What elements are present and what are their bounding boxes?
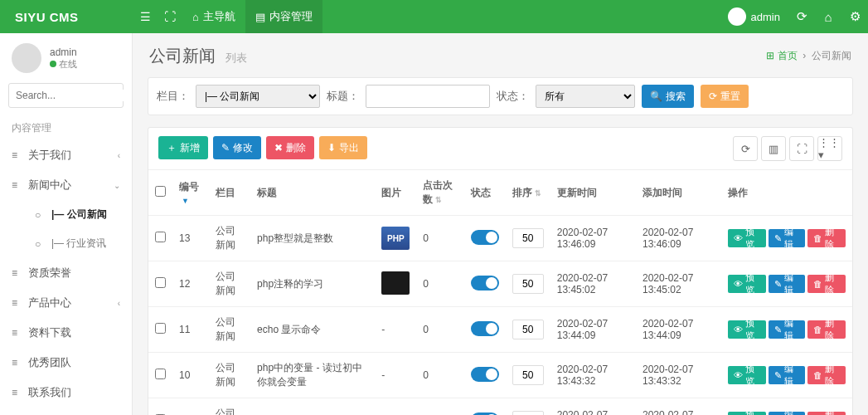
delete-button[interactable]: ✖删除 [266, 136, 314, 159]
fullscreen-icon[interactable]: ⛶ [158, 10, 182, 23]
preview-button[interactable]: 👁预览 [728, 412, 766, 415]
preview-button[interactable]: 👁预览 [728, 366, 766, 384]
col-cat[interactable]: 栏目 [209, 170, 251, 216]
filter-title-input[interactable] [366, 85, 490, 108]
nav-download[interactable]: ≡资料下载 [0, 318, 132, 348]
cell-cat: 公司新闻 [209, 307, 251, 353]
eye-icon: 👁 [734, 325, 743, 334]
cell-clicks: 0 [416, 307, 463, 353]
cell-created: 2020-02-07 13:43:32 [636, 353, 721, 398]
row-checkbox[interactable] [155, 323, 166, 334]
row-edit-button[interactable]: ✎编辑 [769, 229, 805, 247]
cell-id: 9 [172, 398, 209, 416]
add-button[interactable]: ＋新增 [158, 136, 208, 159]
filter-status-select[interactable]: 所有 [536, 85, 635, 108]
cell-cat: 公司新闻 [209, 353, 251, 398]
col-updated[interactable]: 更新时间 [550, 170, 636, 216]
chevron-left-icon: ‹ [118, 151, 120, 160]
row-edit-button[interactable]: ✎编辑 [769, 275, 805, 293]
status-toggle[interactable] [471, 367, 499, 382]
table-row: 9 公司新闻 写代码的工具选择 - 0 2020-02-07 13:42:48 … [148, 398, 852, 416]
thumbnail: PHP [381, 227, 410, 250]
crumb-home[interactable]: 首页 [778, 50, 798, 61]
refresh-icon[interactable]: ⟳ [788, 9, 815, 24]
fullscreen-tool-icon[interactable]: ⛶ [789, 136, 814, 161]
nav-team[interactable]: ≡优秀团队 [0, 348, 132, 378]
no-image: - [381, 324, 385, 335]
home-icon: ⌂ [192, 11, 199, 23]
list-icon: ≡ [12, 327, 22, 339]
sort-input[interactable] [512, 274, 544, 294]
select-all-checkbox[interactable] [155, 186, 166, 197]
row-delete-button[interactable]: 🗑删除 [807, 412, 846, 415]
search-input[interactable] [16, 90, 133, 101]
table-row: 13 公司新闻 php整型就是整数 PHP 0 2020-02-07 13:46… [148, 216, 852, 261]
cell-id: 10 [172, 353, 209, 398]
home-icon[interactable]: ⌂ [815, 10, 841, 24]
row-checkbox[interactable] [155, 369, 166, 379]
search-button[interactable]: 🔍搜索 [642, 85, 694, 108]
tab-content-mgmt[interactable]: ▤内容管理 [245, 0, 322, 33]
row-checkbox[interactable] [155, 277, 166, 288]
cell-created: 2020-02-07 13:45:02 [636, 261, 721, 307]
nav-product[interactable]: ≡产品中心‹ [0, 288, 132, 318]
sort-input[interactable] [512, 365, 544, 385]
main-content: 公司新闻 列表 ⊞ 首页 › 公司新闻 栏目： |— 公司新闻 标题： 状态： … [133, 33, 868, 415]
nav-news[interactable]: ≡新闻中心⌄ [0, 170, 132, 200]
preview-button[interactable]: 👁预览 [728, 229, 766, 247]
brand: SIYU CMS [0, 10, 133, 24]
status-toggle[interactable] [471, 230, 499, 245]
nav-about[interactable]: ≡关于我们‹ [0, 140, 132, 170]
refresh-tool-icon[interactable]: ⟳ [733, 136, 758, 161]
preview-button[interactable]: 👁预览 [728, 275, 766, 293]
preview-button[interactable]: 👁预览 [728, 320, 766, 339]
row-edit-button[interactable]: ✎编辑 [769, 320, 805, 339]
row-delete-button[interactable]: 🗑删除 [807, 229, 846, 247]
status-toggle[interactable] [471, 413, 499, 416]
avatar [12, 43, 41, 73]
tab-main-nav[interactable]: ⌂主导航 [182, 0, 245, 33]
nav-contact[interactable]: ≡联系我们 [0, 378, 132, 408]
menu-toggle-icon[interactable]: ☰ [133, 10, 158, 23]
col-title[interactable]: 标题 [250, 170, 375, 216]
row-edit-button[interactable]: ✎编辑 [769, 366, 805, 384]
grid-tool-icon[interactable]: ⋮⋮ ▾ [817, 136, 842, 161]
col-clicks[interactable]: 点击次数⇅ [416, 170, 463, 216]
cell-cat: 公司新闻 [209, 398, 251, 416]
col-id[interactable]: 编号▼ [172, 170, 209, 216]
status-toggle[interactable] [471, 321, 499, 336]
cell-title: php中的变量 - 读过初中你就会变量 [250, 353, 375, 398]
download-icon: ⬇ [327, 142, 336, 154]
cell-id: 13 [172, 216, 209, 261]
edit-button[interactable]: ✎修改 [213, 136, 261, 159]
row-delete-button[interactable]: 🗑删除 [807, 320, 846, 339]
trash-icon: 🗑 [813, 233, 822, 243]
col-status[interactable]: 状态 [464, 170, 506, 216]
list-icon: ≡ [12, 297, 22, 309]
toolbar: ＋新增 ✎修改 ✖删除 ⬇导出 ⟳ ▥ ⛶ ⋮⋮ ▾ [148, 128, 852, 170]
col-sort[interactable]: 排序⇅ [506, 170, 550, 216]
user-menu[interactable]: admin [720, 7, 788, 26]
row-checkbox[interactable] [155, 232, 166, 242]
nav-honor[interactable]: ≡资质荣誉 [0, 258, 132, 288]
status-toggle[interactable] [471, 276, 499, 290]
settings-icon[interactable]: ⚙ [841, 9, 868, 24]
top-header: SIYU CMS ☰ ⛶ ⌂主导航 ▤内容管理 admin ⟳ ⌂ ⚙ [0, 0, 868, 33]
row-edit-button[interactable]: ✎编辑 [769, 412, 805, 415]
reset-button[interactable]: ⟳重置 [701, 85, 749, 108]
row-delete-button[interactable]: 🗑删除 [807, 366, 846, 384]
nav-company-news[interactable]: ○|— 公司新闻 [23, 200, 132, 229]
columns-tool-icon[interactable]: ▥ [761, 136, 786, 161]
filter-col-select[interactable]: |— 公司新闻 [196, 85, 320, 108]
sort-input[interactable] [512, 411, 544, 415]
sort-input[interactable] [512, 320, 544, 339]
sort-input[interactable] [512, 228, 544, 248]
no-image: - [381, 369, 385, 381]
circle-icon: ○ [35, 209, 45, 221]
export-button[interactable]: ⬇导出 [319, 136, 367, 159]
col-img[interactable]: 图片 [375, 170, 416, 216]
search-box[interactable]: 🔍 [8, 83, 124, 108]
col-created[interactable]: 添加时间 [636, 170, 721, 216]
nav-industry-news[interactable]: ○|— 行业资讯 [23, 229, 132, 258]
row-delete-button[interactable]: 🗑删除 [807, 275, 846, 293]
